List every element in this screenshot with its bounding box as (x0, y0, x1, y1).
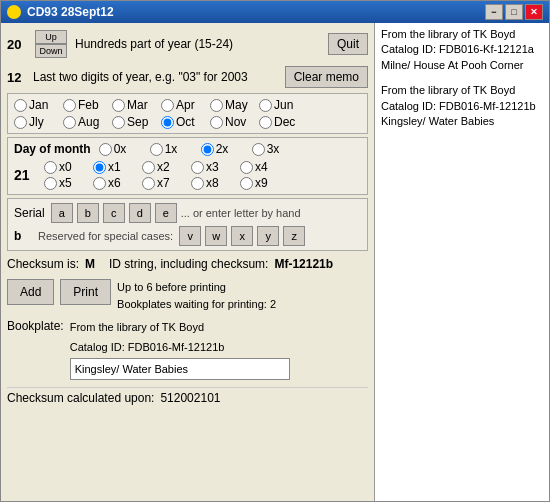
x6[interactable]: x6 (93, 176, 138, 190)
x3[interactable]: x3 (191, 160, 236, 174)
x1[interactable]: x1 (93, 160, 138, 174)
right-panel-content: From the library of TK BoydCatalog ID: F… (381, 27, 543, 129)
special-row: b Reserved for special cases: v w x y z (14, 226, 361, 246)
serial-c[interactable]: c (103, 203, 125, 223)
digits-description: Last two digits of year, e.g. "03" for 2… (33, 70, 279, 84)
action-row: Add Print Up to 6 before printing Bookpl… (7, 277, 368, 314)
day-number: 21 (14, 167, 38, 183)
x9[interactable]: x9 (240, 176, 285, 190)
checksum-row: Checksum is: M ID string, including chec… (7, 254, 368, 274)
x2[interactable]: x2 (142, 160, 187, 174)
clear-memo-button[interactable]: Clear memo (285, 66, 368, 88)
month-aug[interactable]: Aug (63, 115, 108, 129)
serial-e[interactable]: e (155, 203, 177, 223)
serial-value: b (14, 229, 34, 243)
x-row1: x0 x1 x2 x3 (44, 160, 285, 174)
quit-button[interactable]: Quit (328, 33, 368, 55)
day-section: Day of month 0x 1x 2x 3x (7, 137, 368, 195)
bookplate-row: Bookplate: From the library of TK Boyd C… (7, 319, 368, 380)
serial-section: Serial a b c d e ... or enter letter by … (7, 198, 368, 251)
month-nov[interactable]: Nov (210, 115, 255, 129)
left-panel: 20 Up Down Hundreds part of year (15-24)… (1, 23, 374, 501)
title-bar-left: CD93 28Sept12 (7, 5, 114, 19)
right-entry-1: From the library of TK BoydCatalog ID: F… (381, 27, 543, 73)
hundreds-description: Hundreds part of year (15-24) (75, 37, 320, 51)
serial-row1: Serial a b c d e ... or enter letter by … (14, 203, 361, 223)
bookplate-label: Bookplate: (7, 319, 64, 333)
month-jun[interactable]: Jun (259, 98, 304, 112)
x5[interactable]: x5 (44, 176, 89, 190)
bookplate-text-line2: Catalog ID: FDB016-Mf-12121b (70, 339, 290, 356)
serial-a[interactable]: a (51, 203, 73, 223)
content-area: 20 Up Down Hundreds part of year (15-24)… (1, 23, 549, 501)
right-entry-2: From the library of TK BoydCatalog ID: F… (381, 83, 543, 129)
serial-label: Serial (14, 206, 45, 220)
bookplate-details: From the library of TK Boyd Catalog ID: … (70, 319, 290, 380)
title-bar: CD93 28Sept12 − □ ✕ (1, 1, 549, 23)
or-text: ... or enter letter by hand (181, 207, 301, 219)
minimize-button[interactable]: − (485, 4, 503, 20)
print-button[interactable]: Print (60, 279, 111, 305)
x0[interactable]: x0 (44, 160, 89, 174)
bookplate-input[interactable] (70, 358, 290, 380)
close-button[interactable]: ✕ (525, 4, 543, 20)
bookplate-text-line1: From the library of TK Boyd (70, 319, 290, 336)
checksum-value: M (85, 257, 95, 271)
month-feb[interactable]: Feb (63, 98, 108, 112)
bookplate-section: Bookplate: From the library of TK Boyd C… (7, 317, 368, 382)
day-rows: 21 x0 x1 x2 (14, 160, 361, 190)
year-hundreds-row: 20 Up Down Hundreds part of year (15-24)… (7, 27, 368, 61)
reserved-text: Reserved for special cases: (38, 230, 173, 242)
checksum-bottom-label: Checksum calculated upon: (7, 391, 154, 405)
checksum-label: Checksum is: (7, 257, 79, 271)
maximize-button[interactable]: □ (505, 4, 523, 20)
action-text: Up to 6 before printing Bookplates waiti… (117, 279, 276, 312)
x-row2: x5 x6 x7 x8 (44, 176, 285, 190)
mult-2x[interactable]: 2x (201, 142, 246, 156)
multiplier-options: 0x 1x 2x 3x (99, 142, 297, 156)
special-z[interactable]: z (283, 226, 305, 246)
hundreds-number: 20 (7, 37, 27, 52)
window-controls: − □ ✕ (485, 4, 543, 20)
x4[interactable]: x4 (240, 160, 285, 174)
up-to-6-text: Up to 6 before printing (117, 279, 276, 296)
special-y[interactable]: y (257, 226, 279, 246)
month-jan[interactable]: Jan (14, 98, 59, 112)
x8[interactable]: x8 (191, 176, 236, 190)
mult-1x[interactable]: 1x (150, 142, 195, 156)
checksum-bottom: Checksum calculated upon: 512002101 (7, 387, 368, 408)
id-string-value: Mf-12121b (274, 257, 333, 271)
down-button[interactable]: Down (35, 44, 67, 58)
up-down-group: Up Down (35, 30, 67, 58)
x7[interactable]: x7 (142, 176, 187, 190)
app-icon (7, 5, 21, 19)
mult-3x[interactable]: 3x (252, 142, 297, 156)
serial-b[interactable]: b (77, 203, 99, 223)
months-section: Jan Feb Mar Apr May Jun (7, 93, 368, 134)
day-header: Day of month 0x 1x 2x 3x (14, 142, 361, 156)
checksum-bottom-value: 512002101 (160, 391, 220, 405)
month-mar[interactable]: Mar (112, 98, 157, 112)
id-string-label: ID string, including checksum: (109, 257, 268, 271)
month-may[interactable]: May (210, 98, 255, 112)
serial-d[interactable]: d (129, 203, 151, 223)
special-x[interactable]: x (231, 226, 253, 246)
months-row2: Jly Aug Sep Oct Nov Dec (14, 115, 361, 129)
mult-0x[interactable]: 0x (99, 142, 144, 156)
right-panel: From the library of TK BoydCatalog ID: F… (374, 23, 549, 501)
month-jly[interactable]: Jly (14, 115, 59, 129)
month-apr[interactable]: Apr (161, 98, 206, 112)
day-label: Day of month (14, 142, 91, 156)
month-sep[interactable]: Sep (112, 115, 157, 129)
special-v[interactable]: v (179, 226, 201, 246)
special-w[interactable]: w (205, 226, 227, 246)
up-button[interactable]: Up (35, 30, 67, 44)
month-oct[interactable]: Oct (161, 115, 206, 129)
add-button[interactable]: Add (7, 279, 54, 305)
main-window: CD93 28Sept12 − □ ✕ 20 Up Down Hundreds … (0, 0, 550, 502)
waiting-text: Bookplates waiting for printing: 2 (117, 296, 276, 313)
x-options: x0 x1 x2 x3 (44, 160, 285, 190)
window-title: CD93 28Sept12 (27, 5, 114, 19)
month-dec[interactable]: Dec (259, 115, 304, 129)
months-row1: Jan Feb Mar Apr May Jun (14, 98, 361, 112)
